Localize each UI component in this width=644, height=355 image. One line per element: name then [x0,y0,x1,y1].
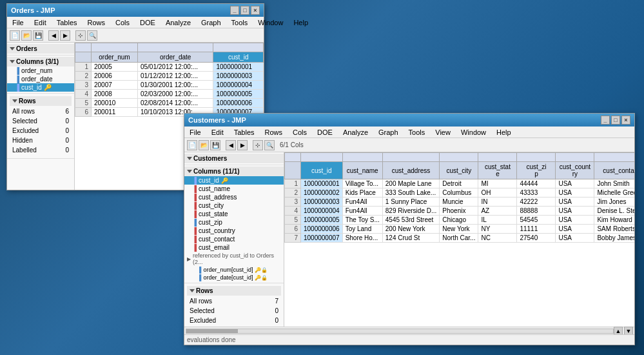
orders-data-row[interactable]: 5 200010 02/08/2014 12:00:... 1000000006 [75,99,264,108]
orders-menu-analyze[interactable]: Analyze [163,19,193,26]
cust-tb-zoom[interactable]: 🔍 [264,140,275,150]
cust-tb-save[interactable]: 💾 [210,140,220,150]
cust-tb-new[interactable]: 📄 [187,140,197,150]
cust-tb-select[interactable]: ⊹ [253,140,263,150]
customers-data-row[interactable]: 5 1000000005 The Toy S... 4545 53rd Stre… [285,216,635,225]
cust-th-custzip[interactable]: cust_zip [517,162,556,179]
cust-tb-fwd[interactable]: ▶ [237,140,248,150]
orders-th-orderdate[interactable]: order_date [137,52,213,63]
cust-cell-rownum: 1 [285,179,301,188]
orders-menu-window[interactable]: Window [255,19,286,26]
orders-menu-graph[interactable]: Graph [199,19,224,26]
orders-col-cust-id[interactable]: ▐ cust_id 🔑 [7,83,74,92]
customers-hscroll-track[interactable] [186,329,614,334]
customers-col-cust-id[interactable]: ▐ cust_id 🔑 [184,176,284,185]
orders-tb-save[interactable]: 💾 [33,30,43,41]
customers-col-cust-country[interactable]: ▐ cust_country [184,227,284,235]
orders-tb-zoom[interactable]: 🔍 [87,30,97,41]
customers-menu-rows[interactable]: Rows [262,128,286,136]
orders-data-row[interactable]: 1 20005 05/01/2012 12:00:... 1000000001 [75,63,264,72]
customers-col-cust-city[interactable]: ▐ cust_city [184,201,284,210]
cust-th-custcity[interactable]: cust_city [440,162,478,179]
customers-data-row[interactable]: 2 1000000002 Kids Place 333 South Lake..… [285,188,635,198]
orders-menu-tables[interactable]: Tables [54,19,80,26]
customers-rows-header[interactable]: Rows [187,286,281,296]
cust-tb-back[interactable]: ◀ [226,140,236,150]
customers-col-cust-contact[interactable]: ▐ cust_contact [184,235,284,243]
customers-maximize-btn[interactable]: □ [611,116,620,125]
orders-menu-doe[interactable]: DOE [137,19,158,26]
cust-th-custcontact[interactable]: cust_contact [594,162,634,179]
orders-columns-header[interactable]: Columns (3/1) [7,57,74,66]
customers-close-btn[interactable]: × [621,116,630,125]
customers-col-cust-state[interactable]: ▐ cust_state [184,210,284,218]
customers-data-row[interactable]: 3 1000000003 Fun4All 1 Sunny Place Munci… [285,198,635,207]
orders-title-bar[interactable]: Orders - JMP _ □ × [7,4,264,17]
customers-title-bar[interactable]: Customers - JMP _ □ × [184,114,634,127]
orders-menu-tools[interactable]: Tools [229,19,251,26]
orders-close-btn[interactable]: × [251,6,260,15]
customers-menu-window[interactable]: Window [458,128,489,136]
customers-menu-view[interactable]: View [433,128,453,136]
cust-th-custcountry[interactable]: cust_country [556,162,594,179]
orders-minimize-btn[interactable]: _ [230,6,239,15]
cust-th-custstate[interactable]: cust_state [478,162,517,179]
customers-data-grid-container[interactable]: cust_id cust_name cust_address cust_city… [284,152,634,327]
orders-menu-help[interactable]: Help [291,19,311,26]
orders-menu-rows[interactable]: Rows [85,19,108,26]
customers-col-order-date[interactable]: ▐ order_date[cust_id] 🔑🔒 [184,274,284,281]
customers-menu-graph[interactable]: Graph [376,128,401,136]
customers-table-header[interactable]: Customers [184,154,284,163]
cust-col-state-label: cust_state [199,210,228,218]
cust-cell-custstate: NY [478,225,517,234]
orders-menu-edit[interactable]: Edit [32,19,49,26]
orders-columns-section: Columns (3/1) ▐ order_num ▐ order_date ▐… [7,56,74,94]
orders-th-rownum[interactable] [75,52,92,63]
orders-col-order-date[interactable]: ▐ order_date [7,75,74,83]
orders-data-row[interactable]: 2 20006 01/12/2012 12:00:... 1000000003 [75,72,264,81]
orders-table-header[interactable]: Orders [7,44,74,54]
customers-menu-tools[interactable]: Tools [406,128,428,136]
customers-data-row[interactable]: 6 1000000006 Toy Land 200 New York New Y… [285,225,635,234]
orders-th-ordernum[interactable]: order_num [92,52,138,63]
orders-data-row[interactable]: 3 20007 01/30/2001 12:00:... 1000000004 [75,81,264,90]
customers-columns-header[interactable]: Columns (11/1) [184,167,284,176]
orders-menu-cols[interactable]: Cols [113,19,132,26]
orders-menu-file[interactable]: File [10,19,26,26]
customers-col-cust-zip[interactable]: ▐ cust_zip [184,218,284,227]
cust-th-custname[interactable]: cust_name [342,162,382,179]
cust-tb-open[interactable]: 📂 [199,140,209,150]
customers-hscroll-thumb[interactable] [186,329,238,333]
cust-th-rownum[interactable] [285,162,301,179]
cust-th-custaddress[interactable]: cust_address [382,162,439,179]
customers-menu-file[interactable]: File [187,128,204,136]
customers-minimize-btn[interactable]: _ [601,116,610,125]
orders-th-custid[interactable]: cust_id [213,52,264,63]
orders-tb-open[interactable]: 📂 [21,30,32,41]
orders-tb-back[interactable]: ◀ [48,30,59,41]
customers-data-row[interactable]: 4 1000000004 Fun4All 829 Riverside D... … [285,207,635,216]
customers-col-cust-email[interactable]: ▐ cust_email [184,243,284,252]
customers-col-ref[interactable]: ▶ referenced by cust_id to Orders (2... [184,252,284,266]
cust-th-custid[interactable]: cust_id [301,162,343,179]
customers-menu-edit[interactable]: Edit [209,128,226,136]
customers-menu-help[interactable]: Help [494,128,514,136]
customers-menu-doe[interactable]: DOE [315,128,335,136]
orders-tb-fwd[interactable]: ▶ [60,30,70,41]
customers-menu-tables[interactable]: Tables [231,128,257,136]
customers-menu-analyze[interactable]: Analyze [340,128,371,136]
orders-tb-select[interactable]: ⊹ [75,30,86,41]
customers-data-row[interactable]: 7 1000000007 Shore Ho... 124 Crud St Nor… [285,234,635,243]
orders-rows-header[interactable]: Rows [10,96,72,106]
customers-col-cust-address[interactable]: ▐ cust_address [184,193,284,201]
orders-col-order-num[interactable]: ▐ order_num [7,66,74,75]
cust-cell-custname: Kids Place [342,188,382,198]
customers-menu-cols[interactable]: Cols [290,128,309,136]
orders-tb-new[interactable]: 📄 [10,30,20,41]
customers-hscrollbar[interactable]: ▲ ▼ [184,327,634,334]
orders-maximize-btn[interactable]: □ [240,6,249,15]
customers-col-order-num[interactable]: ▐ order_num[cust_id] 🔑🔒 [184,266,284,274]
customers-data-row[interactable]: 1 1000000001 Village To... 200 Maple Lan… [285,179,635,188]
orders-data-row[interactable]: 4 20008 02/03/2000 12:00:... 1000000005 [75,90,264,99]
customers-col-cust-name[interactable]: ▐ cust_name [184,185,284,193]
